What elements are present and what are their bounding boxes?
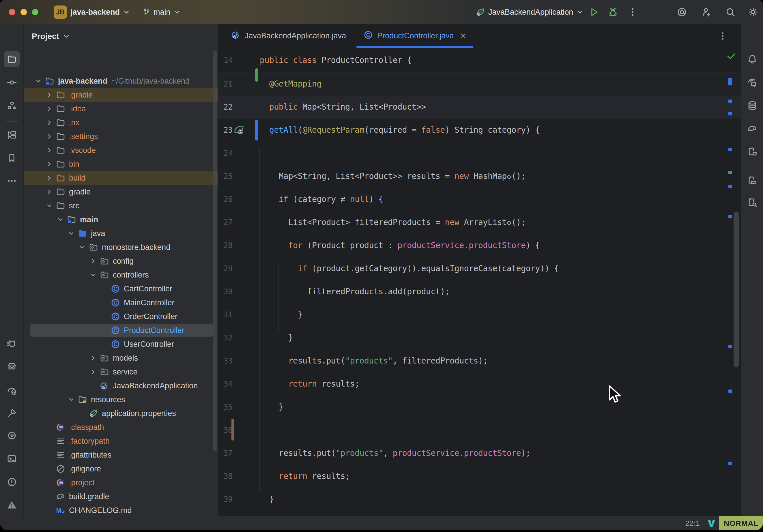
- chevron-right-icon[interactable]: [90, 365, 98, 379]
- ai-assistant-chat-icon[interactable]: [747, 77, 758, 88]
- stripe-mark[interactable]: [728, 78, 732, 85]
- tree-item--gradle[interactable]: .gradle: [24, 88, 218, 102]
- ai-assistant-icon[interactable]: [677, 7, 687, 17]
- code-line-36[interactable]: 36: [218, 419, 741, 442]
- code-line-33[interactable]: 33 results.put("products", filteredProdu…: [218, 349, 741, 372]
- tree-item-ordercontroller[interactable]: COrderController: [24, 310, 218, 323]
- project-folder-icon[interactable]: [7, 54, 17, 64]
- problems-icon[interactable]: [7, 477, 17, 487]
- inspection-ok-icon[interactable]: [726, 51, 736, 61]
- copilot-cat-icon[interactable]: [7, 339, 17, 349]
- minimize-window-button[interactable]: [21, 9, 27, 15]
- tree-item-main[interactable]: main: [24, 213, 218, 227]
- tree-item--gitignore[interactable]: .gitignore: [24, 462, 218, 476]
- run-button[interactable]: [589, 7, 599, 17]
- stripe-mark[interactable]: [728, 112, 732, 115]
- code-line-37[interactable]: 37 results.put("products", productServic…: [218, 442, 741, 465]
- tree-item-javabackendapplication[interactable]: JavaBackendApplication: [24, 379, 218, 393]
- editor-scrollbar[interactable]: [733, 211, 739, 367]
- window-panel-icon[interactable]: [747, 175, 758, 186]
- profiler-icon[interactable]: [7, 385, 17, 396]
- tree-item--idea[interactable]: .idea: [24, 102, 218, 116]
- chevron-right-icon[interactable]: [90, 351, 98, 365]
- stripe-mark[interactable]: [728, 389, 732, 393]
- tab-productcontroller[interactable]: C ProductController.java ✕: [355, 24, 475, 48]
- search-icon[interactable]: [725, 7, 736, 17]
- gradle-icon[interactable]: [747, 124, 758, 134]
- code-line-25[interactable]: 25 Map<String, List<Product>> results = …: [218, 165, 741, 188]
- chevron-right-icon[interactable]: [46, 88, 54, 102]
- tree-item-build[interactable]: build: [24, 171, 218, 185]
- tree-item--gitattributes[interactable]: .gitattributes: [24, 448, 218, 462]
- tree-item--factorypath[interactable]: .factorypath: [24, 434, 218, 448]
- code-line-23[interactable]: 23 getAll(@RequestParam(required = false…: [218, 119, 741, 142]
- tree-item-java-backend[interactable]: java-backend~/Github/java-backend: [24, 74, 218, 88]
- tree-item-build-gradle[interactable]: build.gradle: [24, 489, 218, 503]
- tree-item-java[interactable]: java: [24, 227, 218, 240]
- stripe-mark[interactable]: [728, 345, 732, 348]
- incognito-icon[interactable]: [7, 361, 17, 371]
- notifications-bell-icon[interactable]: [747, 54, 758, 64]
- code-line-32[interactable]: 32 }: [218, 326, 741, 349]
- chevron-down-icon[interactable]: [79, 240, 87, 254]
- build-hammer-icon[interactable]: [7, 408, 17, 418]
- chevron-right-icon[interactable]: [90, 254, 98, 268]
- chevron-down-icon[interactable]: [90, 268, 98, 282]
- tree-item-config[interactable]: config: [24, 254, 218, 268]
- tree-item-resources[interactable]: resources: [24, 393, 218, 406]
- code-line-24[interactable]: 24: [218, 142, 741, 165]
- chevron-right-icon[interactable]: [46, 157, 54, 171]
- gutter-modified-marker[interactable]: [231, 419, 234, 441]
- caret-position[interactable]: 22:1: [685, 516, 700, 530]
- chevron-right-icon[interactable]: [46, 185, 54, 199]
- code-line-29[interactable]: 29 if (product.getCategory().equalsIgnor…: [218, 257, 741, 280]
- chevron-right-icon[interactable]: [46, 102, 54, 116]
- debug-button[interactable]: [608, 7, 618, 17]
- commit-icon[interactable]: [7, 77, 17, 88]
- tree-item-cartcontroller[interactable]: CCartController: [24, 282, 218, 296]
- tree-item-usercontroller[interactable]: CUserController: [24, 337, 218, 351]
- code-line-22[interactable]: 22 public Map<String, List<Product>>: [218, 95, 741, 119]
- bookmarks-icon[interactable]: [7, 153, 17, 163]
- chevron-down-icon[interactable]: [46, 199, 54, 213]
- chevron-down-icon[interactable]: [68, 227, 76, 240]
- vim-mode-badge[interactable]: NORMAL: [719, 516, 763, 530]
- terminal-icon[interactable]: [7, 454, 17, 464]
- code-line-35[interactable]: 35 }: [218, 395, 741, 419]
- tree-item-maincontroller[interactable]: CMainController: [24, 296, 218, 310]
- chevron-down-icon[interactable]: [57, 213, 65, 227]
- database-icon[interactable]: [747, 100, 758, 111]
- tree-item-src[interactable]: src: [24, 199, 218, 213]
- tree-item-bin[interactable]: bin: [24, 157, 218, 171]
- run-configuration-selector[interactable]: JavaBackendApplication: [476, 0, 584, 24]
- close-tab-icon[interactable]: ✕: [460, 31, 466, 41]
- stripe-mark[interactable]: [728, 171, 732, 174]
- chevron-right-icon[interactable]: [46, 130, 54, 144]
- code-line-39[interactable]: 39 }: [218, 488, 741, 511]
- code-line-26[interactable]: 26 if (category ≠ null) {: [218, 188, 741, 211]
- project-selector[interactable]: java-backend: [70, 0, 130, 24]
- tree-item--classpath[interactable]: .classpath: [24, 420, 218, 434]
- project-panel-header[interactable]: Project: [32, 24, 70, 49]
- settings-gear-icon[interactable]: [748, 7, 758, 17]
- branch-selector[interactable]: main: [142, 0, 181, 24]
- stripe-mark[interactable]: [728, 148, 732, 151]
- tab-options-kebab-icon[interactable]: [717, 31, 728, 41]
- servers-icon[interactable]: [7, 130, 17, 140]
- tree-item--nx[interactable]: .nx: [24, 116, 218, 130]
- tree-item-productcontroller[interactable]: CProductController: [24, 323, 218, 337]
- tree-item-service[interactable]: service: [24, 365, 218, 379]
- warnings-icon[interactable]: [7, 500, 17, 510]
- tree-item-changelog-md[interactable]: MCHANGELOG.md: [24, 503, 218, 516]
- gutter-changed-marker[interactable]: [255, 120, 258, 141]
- tree-item--settings[interactable]: .settings: [24, 130, 218, 144]
- code-line-27[interactable]: 27 List<Product> filteredProducts = new …: [218, 211, 741, 234]
- tree-item--project[interactable]: .project: [24, 476, 218, 489]
- gutter-added-marker[interactable]: [255, 68, 258, 82]
- tab-javabackendapplication[interactable]: JavaBackendApplication.java: [222, 24, 355, 48]
- chevron-down-icon[interactable]: [68, 393, 76, 406]
- sticky-code-line[interactable]: 14public class ProductController {: [218, 48, 741, 72]
- device-bug-icon[interactable]: [747, 147, 758, 157]
- stripe-mark[interactable]: [728, 462, 732, 465]
- chevron-right-icon[interactable]: [46, 116, 54, 130]
